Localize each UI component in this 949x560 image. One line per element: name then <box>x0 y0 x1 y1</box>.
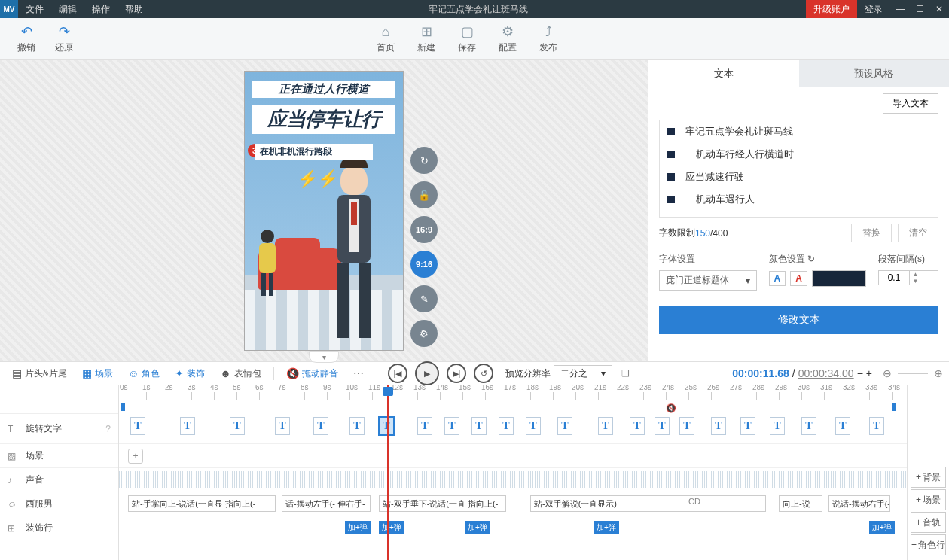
maximize-button[interactable]: ☐ <box>910 4 929 14</box>
color-swatch[interactable] <box>812 270 866 287</box>
text-color-a-button[interactable]: A <box>769 271 786 286</box>
menu-file[interactable]: 文件 <box>18 3 51 16</box>
step-up-button[interactable]: ▲ <box>910 271 921 278</box>
action-clip[interactable]: 向上-说 <box>779 495 822 512</box>
decor-clip[interactable]: 加+弹 <box>594 521 619 534</box>
refresh-icon[interactable]: ↻ <box>807 254 815 264</box>
text-clip[interactable]: T <box>180 417 195 435</box>
redo-button[interactable]: ↷ 还原 <box>45 23 83 54</box>
text-clip[interactable]: T <box>740 417 755 435</box>
canvas-lock-button[interactable]: 🔓 <box>410 181 438 208</box>
decor-clip[interactable]: 加+弹 <box>379 521 404 534</box>
close-button[interactable]: ✕ <box>929 4 949 14</box>
text-clip[interactable]: T <box>471 417 487 435</box>
add-scene-button[interactable]: + <box>128 449 143 464</box>
add-role-row-button[interactable]: + 角色行 <box>911 534 946 555</box>
clear-button[interactable]: 清空 <box>898 224 938 242</box>
undo-button[interactable]: ↶ 撤销 <box>8 23 45 54</box>
decor-clip[interactable]: 加+弹 <box>465 521 490 534</box>
time-ruler[interactable]: 0s1s2s3s4s5s6s7s8s9s10s11s12s13s14s15s16… <box>119 385 907 400</box>
track-label-scene[interactable]: ▨ 场景 <box>0 444 118 468</box>
playhead[interactable] <box>387 385 389 560</box>
track-scene[interactable]: + <box>119 444 907 468</box>
tl-tab-more[interactable]: ⋯ <box>347 362 370 385</box>
tl-tab-emoji[interactable]: ☻表情包 <box>214 362 267 385</box>
tab-preset[interactable]: 预设风格 <box>799 60 950 87</box>
text-clip[interactable]: T <box>598 417 613 435</box>
text-item[interactable]: 机动车行经人行横道时 <box>660 143 938 166</box>
track-label-man[interactable]: ☺ 西服男 <box>0 492 118 516</box>
text-item[interactable]: 应当减速行驶 <box>660 166 938 188</box>
help-icon[interactable]: ? <box>105 424 111 434</box>
preview-res-select[interactable]: 二分之一 ▾ <box>554 365 612 382</box>
import-text-button[interactable]: 导入文本 <box>883 93 938 114</box>
text-item[interactable]: 机动车遇行人 <box>660 188 938 211</box>
tab-text[interactable]: 文本 <box>648 60 799 87</box>
text-clip[interactable]: T <box>313 417 328 435</box>
new-button[interactable]: ⊞ 新建 <box>406 23 447 54</box>
canvas-edit-button[interactable]: ✎ <box>410 285 438 312</box>
menu-help[interactable]: 帮助 <box>117 3 151 16</box>
text-clip[interactable]: T <box>801 417 816 435</box>
zoom-in-button[interactable]: ⊕ <box>934 367 943 379</box>
text-clip[interactable]: T <box>835 417 850 435</box>
tl-tab-scene[interactable]: ▦场景 <box>76 362 119 385</box>
text-clip[interactable]: T <box>630 417 645 435</box>
ratio-9-16-button[interactable]: 9:16 <box>410 251 438 278</box>
tl-tab-dragmute[interactable]: 🔇拖动静音 <box>280 362 344 385</box>
play-button[interactable]: ▶ <box>415 361 439 385</box>
text-clip[interactable]: T <box>679 417 694 435</box>
text-clip[interactable]: T <box>349 417 365 435</box>
font-select[interactable]: 庞门正道标题体 ▾ <box>659 270 757 291</box>
text-clip[interactable]: T <box>655 417 670 435</box>
minimize-button[interactable]: — <box>890 4 910 14</box>
text-list[interactable]: 牢记五点学会礼让斑马线 机动车行经人行横道时 应当减速行驶 机动车遇行人 <box>659 120 938 218</box>
loop-button[interactable]: ↺ <box>474 364 493 383</box>
tl-tab-decor[interactable]: ✦装饰 <box>169 362 211 385</box>
text-clip[interactable]: T <box>417 417 432 435</box>
canvas-settings-button[interactable]: ⚙ <box>410 320 438 347</box>
text-clip[interactable]: T <box>770 417 785 435</box>
time-plus-button[interactable]: + <box>866 367 872 379</box>
step-down-button[interactable]: ▼ <box>910 278 921 285</box>
text-clip[interactable]: T <box>130 417 145 435</box>
text-color-b-button[interactable]: A <box>790 271 807 286</box>
text-clip[interactable]: T <box>499 417 514 435</box>
canvas-refresh-button[interactable]: ↻ <box>410 147 438 174</box>
canvas-frame[interactable]: ⚡⚡ 正在通过人行横道 应当停车让行 3 在机非机混行路段 <box>245 72 403 350</box>
action-clip[interactable]: 站-手掌向上-说话(一直显 指向上(- <box>128 495 276 512</box>
config-button[interactable]: ⚙ 配置 <box>487 23 528 54</box>
track-label-decor[interactable]: ⊞ 装饰行 <box>0 516 118 540</box>
text-clip[interactable]: T <box>275 417 290 435</box>
track-rotate-text[interactable]: TTTTTTTTTTTTTTTTTTTTTTT🔇 <box>119 414 907 444</box>
tl-tab-headtail[interactable]: ▤片头&片尾 <box>6 362 73 385</box>
text-item[interactable]: 牢记五点学会礼让斑马线 <box>660 120 938 143</box>
zoom-slider[interactable] <box>898 373 928 374</box>
layers-icon[interactable]: ❑ <box>621 368 630 379</box>
login-button[interactable]: 登录 <box>857 3 890 16</box>
save-button[interactable]: ▢ 保存 <box>447 23 487 54</box>
range-end-handle[interactable] <box>892 403 896 411</box>
add-audio-button[interactable]: + 音轨 <box>911 512 946 533</box>
zoom-out-button[interactable]: ⊖ <box>883 367 892 379</box>
action-clip[interactable]: 站-双手解说(一直显示) <box>530 495 766 512</box>
track-sound[interactable]: 🔊 <box>119 468 907 492</box>
decor-clip[interactable]: 加+弹 <box>869 521 895 534</box>
timeline-tracks[interactable]: 0s1s2s3s4s5s6s7s8s9s10s11s12s13s14s15s16… <box>119 385 907 560</box>
panel-pull-handle[interactable]: ▾ <box>309 351 339 363</box>
action-clip[interactable]: 话-摆动左手(- 伸右手- <box>282 495 371 512</box>
text-clip[interactable]: T <box>526 417 541 435</box>
tl-tab-role[interactable]: ☺角色 <box>122 362 166 385</box>
range-start-handle[interactable] <box>121 403 125 411</box>
track-label-rotate-text[interactable]: T 旋转文字 ? <box>0 414 118 444</box>
range-bar[interactable] <box>119 400 907 414</box>
decor-clip[interactable]: 加+弹 <box>345 521 371 534</box>
modify-text-button[interactable]: 修改文本 <box>659 306 938 334</box>
upgrade-button[interactable]: 升级账户 <box>806 0 857 18</box>
text-clip[interactable]: T <box>869 417 884 435</box>
action-clip[interactable]: 说话-摆动右手(- 拳-说 <box>828 495 890 512</box>
add-background-button[interactable]: + 背景 <box>911 467 946 488</box>
time-minus-button[interactable]: − <box>857 367 863 379</box>
text-clip[interactable]: T <box>557 417 572 435</box>
replace-button[interactable]: 替换 <box>851 224 892 242</box>
